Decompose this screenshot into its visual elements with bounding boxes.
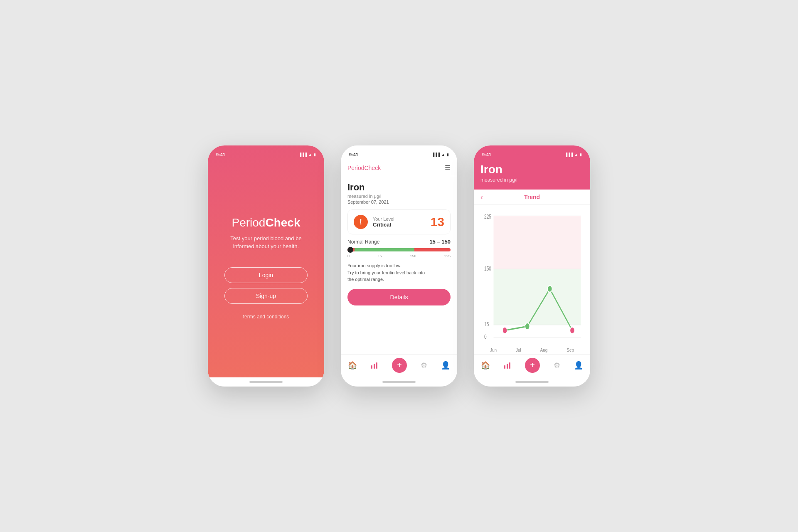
trend-nav: ‹ Trend — [474, 190, 590, 205]
battery-icon: ▮ — [314, 153, 316, 157]
status-bar-2: 9:41 ▐▐▐ ▲ ▮ — [341, 145, 457, 160]
nav-home-3[interactable]: 🏠 — [481, 361, 490, 370]
svg-rect-2 — [376, 362, 377, 369]
status-bar-1: 9:41 ▐▐▐ ▲ ▮ — [208, 145, 324, 160]
nav-chart-3[interactable] — [504, 362, 511, 369]
mineral-unit: measured in μg/l — [347, 194, 451, 199]
notch-3 — [513, 145, 551, 155]
range-labels: 0 15 150 225 — [347, 254, 451, 258]
x-label-sep: Sep — [566, 348, 574, 352]
battery-icon-2: ▮ — [447, 153, 449, 157]
app-subtitle: Test your period blood and beinformed ab… — [230, 234, 301, 251]
phone-login: 9:41 ▐▐▐ ▲ ▮ PeriodCheck Test your perio… — [208, 145, 324, 387]
status-bar-3: 9:41 ▐▐▐ ▲ ▮ — [474, 145, 590, 160]
home-indicator-3 — [474, 377, 590, 387]
range-label-15: 15 — [378, 254, 382, 258]
wifi-icon-2: ▲ — [441, 153, 445, 157]
svg-rect-7 — [494, 216, 581, 269]
scene: 9:41 ▐▐▐ ▲ ▮ PeriodCheck Test your perio… — [183, 121, 615, 411]
time-1: 9:41 — [216, 152, 225, 157]
detail-body: Iron measured in μg/l September 07, 2021… — [341, 176, 457, 354]
time-3: 9:41 — [482, 152, 491, 157]
normal-range-row: Normal Range 15 – 150 — [347, 239, 451, 245]
app-header-title-2: PeriodCheck — [347, 165, 381, 171]
normal-range-label: Normal Range — [347, 239, 379, 245]
signup-button[interactable]: Sign-up — [224, 288, 308, 304]
trend-chart: 225 150 15 0 — [480, 209, 584, 345]
x-label-aug: Aug — [540, 348, 548, 352]
phone-trend: 9:41 ▐▐▐ ▲ ▮ Iron measured in μg/l ‹ Tre… — [474, 145, 590, 387]
chart-area: 225 150 15 0 — [474, 205, 590, 347]
svg-rect-0 — [371, 365, 372, 369]
notch-1 — [247, 145, 285, 155]
range-label-225: 225 — [444, 254, 451, 258]
nav-add-2[interactable]: + — [392, 358, 407, 373]
trend-back-button[interactable]: ‹ — [480, 193, 483, 202]
chart-x-labels: Jun Jul Aug Sep — [474, 347, 590, 354]
svg-rect-19 — [509, 362, 510, 369]
menu-icon[interactable]: ☰ — [445, 164, 451, 172]
svg-point-16 — [570, 327, 574, 334]
level-info: Your Level Critical — [373, 217, 426, 228]
nav-chart-2[interactable] — [371, 362, 378, 369]
home-bar-2 — [382, 381, 416, 383]
trend-title: Trend — [524, 194, 540, 200]
range-label-150: 150 — [410, 254, 416, 258]
nav-profile-3[interactable]: 👤 — [574, 361, 583, 370]
nav-profile-2[interactable]: 👤 — [441, 361, 450, 370]
app-header-2: PeriodCheck ☰ — [341, 160, 457, 176]
login-background: PeriodCheck Test your period blood and b… — [208, 145, 324, 377]
svg-rect-18 — [507, 364, 508, 369]
nav-add-3[interactable]: + — [525, 358, 540, 373]
home-bar-1 — [249, 381, 283, 383]
svg-text:15: 15 — [484, 321, 489, 328]
wifi-icon-3: ▲ — [574, 153, 578, 157]
home-bar-3 — [515, 381, 549, 383]
terms-link[interactable]: terms and conditions — [243, 314, 289, 320]
login-button[interactable]: Login — [224, 267, 308, 283]
bottom-nav-3: 🏠 + ⚙ 👤 — [474, 354, 590, 377]
app-title-period: Period — [232, 216, 266, 229]
svg-rect-17 — [504, 365, 505, 369]
svg-text:0: 0 — [484, 333, 487, 340]
nav-settings-3[interactable]: ⚙ — [554, 361, 560, 370]
svg-rect-1 — [374, 364, 375, 369]
range-bar-container — [347, 248, 451, 252]
description-text: Your iron supply is too low.Try to bring… — [347, 262, 451, 283]
notch-2 — [380, 145, 418, 155]
status-icons-3: ▐▐▐ ▲ ▮ — [565, 153, 582, 157]
range-bar — [347, 248, 451, 251]
status-icons-2: ▐▐▐ ▲ ▮ — [432, 153, 449, 157]
level-label: Your Level — [373, 217, 426, 222]
svg-point-14 — [525, 323, 530, 330]
range-label-0: 0 — [347, 254, 350, 258]
mineral-title: Iron — [347, 182, 451, 193]
trend-body: ‹ Trend 225 150 15 0 — [474, 190, 590, 354]
x-label-jul: Jul — [516, 348, 521, 352]
alert-icon: ! — [354, 215, 368, 229]
trend-header-subtitle: measured in μg/l — [480, 177, 584, 183]
status-icons-1: ▐▐▐ ▲ ▮ — [299, 153, 316, 157]
battery-icon-3: ▮ — [580, 153, 582, 157]
phone-detail: 9:41 ▐▐▐ ▲ ▮ PeriodCheck ☰ Iron measured… — [341, 145, 457, 387]
nav-home-2[interactable]: 🏠 — [348, 361, 357, 370]
x-label-jun: Jun — [490, 348, 497, 352]
level-value: 13 — [431, 215, 444, 229]
svg-text:150: 150 — [484, 265, 491, 272]
trend-header-title: Iron — [480, 163, 584, 176]
home-indicator-2 — [341, 377, 457, 387]
mineral-date: September 07, 2021 — [347, 200, 451, 204]
svg-point-13 — [502, 327, 507, 334]
wifi-icon: ▲ — [308, 153, 312, 157]
trend-header: Iron measured in μg/l — [474, 160, 590, 190]
home-indicator-1 — [208, 377, 324, 387]
time-2: 9:41 — [349, 152, 358, 157]
svg-rect-8 — [494, 269, 581, 325]
signal-icon: ▐▐▐ — [299, 153, 307, 157]
range-marker — [347, 247, 353, 253]
details-button[interactable]: Details — [347, 289, 451, 305]
signal-icon-3: ▐▐▐ — [565, 153, 573, 157]
svg-text:225: 225 — [484, 213, 491, 220]
nav-settings-2[interactable]: ⚙ — [421, 361, 427, 370]
bottom-nav-2: 🏠 + ⚙ 👤 — [341, 354, 457, 377]
